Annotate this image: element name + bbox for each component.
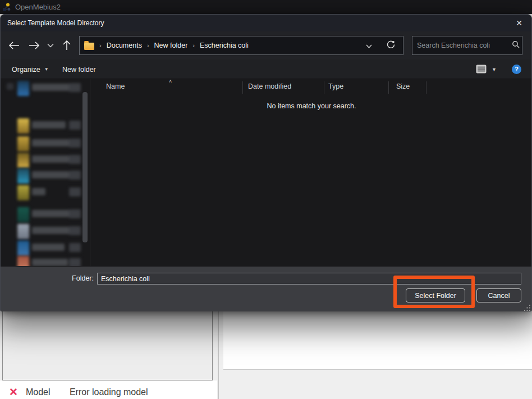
column-header-name[interactable]: Name xyxy=(106,82,125,90)
search-icon[interactable] xyxy=(512,40,520,51)
new-folder-button[interactable]: New folder xyxy=(62,59,96,79)
sidebar-item-icon xyxy=(17,153,29,168)
organize-label: Organize xyxy=(12,66,40,74)
sidebar-item-text xyxy=(32,244,65,251)
model-status-row: ✕ Model Error loading model xyxy=(0,385,217,399)
navigation-toolbar: › Documents › New folder › Escherichia c… xyxy=(1,31,531,59)
sidebar-scrollbar[interactable] xyxy=(82,92,88,242)
sidebar-item[interactable] xyxy=(1,207,90,224)
app-logo-icon xyxy=(2,3,11,12)
list-header-row: Name ˄ Date modified Type Size xyxy=(90,79,532,95)
sidebar-item-text xyxy=(32,227,75,234)
sidebar-item-badge xyxy=(7,83,13,90)
breadcrumb-chevron-icon: › xyxy=(192,42,195,49)
sidebar-item-text xyxy=(32,188,45,195)
app-right-panel xyxy=(223,311,532,370)
cancel-button[interactable]: Cancel xyxy=(476,288,521,302)
select-directory-dialog: Select Template Model Directory ✕ › Docu… xyxy=(0,14,532,311)
breadcrumb-chevron-icon: › xyxy=(99,42,102,49)
app-title: OpenMebius2 xyxy=(15,3,61,11)
column-divider[interactable] xyxy=(388,81,389,94)
address-bar[interactable]: › Documents › New folder › Escherichia c… xyxy=(79,36,403,55)
app-left-panel xyxy=(2,311,213,380)
address-dropdown-chevron-icon[interactable] xyxy=(366,40,372,51)
sidebar-item-meta xyxy=(69,121,81,130)
search-box xyxy=(412,36,522,55)
sidebar-item-meta xyxy=(69,226,81,235)
navigation-sidebar xyxy=(1,79,90,266)
resize-grip-icon[interactable] xyxy=(524,304,531,314)
back-button[interactable] xyxy=(7,38,21,53)
sidebar-item-meta xyxy=(69,155,81,164)
view-mode-icon[interactable] xyxy=(476,65,487,76)
column-divider[interactable] xyxy=(242,81,243,94)
column-header-date-modified[interactable]: Date modified xyxy=(248,82,291,90)
sidebar-item-text xyxy=(32,121,66,129)
new-folder-label: New folder xyxy=(62,66,96,74)
folder-field-label: Folder: xyxy=(62,274,94,282)
search-input[interactable] xyxy=(412,42,512,49)
sidebar-item-icon xyxy=(17,185,29,200)
close-icon[interactable]: ✕ xyxy=(513,18,525,28)
dialog-titlebar: Select Template Model Directory ✕ xyxy=(1,15,531,31)
app-titlebar: OpenMebius2 xyxy=(0,0,532,14)
error-x-icon: ✕ xyxy=(9,387,18,397)
command-bar: Organize ▼ New folder ▼ ? xyxy=(1,59,531,79)
help-icon[interactable]: ? xyxy=(512,65,521,74)
sidebar-item-icon xyxy=(17,118,29,134)
annotation-highlight-box xyxy=(393,276,475,308)
sidebar-item-text xyxy=(32,210,70,217)
sidebar-item[interactable] xyxy=(1,168,90,185)
dialog-title: Select Template Model Directory xyxy=(7,19,104,27)
sidebar-item-meta xyxy=(69,171,81,180)
breadcrumb-new-folder[interactable]: New folder xyxy=(154,42,188,49)
recent-locations-chevron-icon[interactable] xyxy=(45,38,56,53)
sidebar-item-meta xyxy=(69,209,81,218)
sort-ascending-icon: ˄ xyxy=(169,79,172,84)
sidebar-item[interactable] xyxy=(1,224,90,241)
sidebar-item-icon xyxy=(17,136,29,152)
sidebar-item-meta xyxy=(69,83,81,92)
column-header-type[interactable]: Type xyxy=(328,82,343,90)
sidebar-item[interactable] xyxy=(1,241,90,258)
sidebar-item-meta xyxy=(69,187,81,196)
sidebar-item-icon xyxy=(17,207,29,222)
column-divider[interactable] xyxy=(324,81,324,94)
model-status-message: Error loading model xyxy=(70,387,148,397)
sidebar-item-icon xyxy=(17,224,29,239)
empty-results-message: No items match your search. xyxy=(90,102,532,110)
sidebar-item-meta xyxy=(69,243,81,252)
folder-icon xyxy=(84,43,94,50)
column-divider[interactable] xyxy=(426,81,426,94)
sidebar-item[interactable] xyxy=(1,118,90,135)
sidebar-item-meta xyxy=(69,139,81,148)
sidebar-item[interactable] xyxy=(1,136,90,153)
chevron-down-icon: ▼ xyxy=(44,67,49,72)
sidebar-item-text xyxy=(32,171,69,178)
forward-button[interactable] xyxy=(27,38,41,53)
sidebar-item-text xyxy=(32,259,68,266)
file-browser-content: Name ˄ Date modified Type Size No items … xyxy=(1,79,531,266)
model-status-label: Model xyxy=(26,387,70,397)
sidebar-item-icon xyxy=(17,168,29,184)
sidebar-item[interactable] xyxy=(1,153,90,169)
column-header-size[interactable]: Size xyxy=(396,82,410,90)
up-button[interactable] xyxy=(60,38,74,53)
view-mode-chevron-icon[interactable]: ▼ xyxy=(492,67,497,72)
sidebar-item-icon xyxy=(17,81,29,96)
sidebar-item[interactable] xyxy=(1,185,90,202)
breadcrumb-escherichia-coli[interactable]: Escherichia coli xyxy=(200,42,249,49)
organize-button[interactable]: Organize ▼ xyxy=(12,59,49,79)
sidebar-item-text xyxy=(32,139,72,146)
sidebar-item-icon xyxy=(17,241,29,256)
breadcrumb-documents[interactable]: Documents xyxy=(107,42,142,49)
app-panel-divider xyxy=(218,311,219,399)
refresh-icon[interactable] xyxy=(387,40,395,51)
breadcrumb-chevron-icon: › xyxy=(147,42,149,49)
sidebar-item[interactable] xyxy=(1,81,90,98)
